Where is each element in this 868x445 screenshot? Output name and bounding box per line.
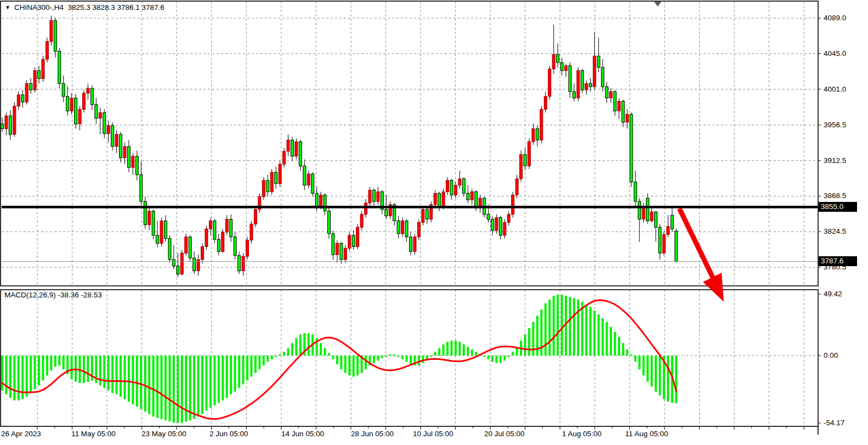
time-axis-label: 11 Aug 05:00 bbox=[625, 430, 668, 438]
price-axis-label: 4089.0 bbox=[824, 14, 846, 22]
candlestick-series[interactable] bbox=[1, 16, 678, 278]
time-axis-label: 20 Jul 05:00 bbox=[484, 430, 525, 438]
time-axis-label: 26 Apr 2023 bbox=[1, 430, 41, 438]
trading-chart-window: ▼CHINA300-,H4 3825.3 3828.3 3786.1 3787.… bbox=[0, 0, 868, 445]
time-axis-label: 14 Jun 05:00 bbox=[281, 430, 324, 438]
time-axis-label: 10 Jul 05:00 bbox=[413, 430, 453, 438]
panel-borders bbox=[1, 1, 818, 435]
macd-axis-label: 49.42 bbox=[824, 290, 842, 298]
price-axis-label: 3824.5 bbox=[824, 228, 846, 235]
time-axis-label: 11 May 05:00 bbox=[71, 430, 116, 438]
symbol-info: ▼CHINA300-,H4 3825.3 3828.3 3786.1 3787.… bbox=[5, 4, 164, 12]
time-axis-label: 1 Aug 05:00 bbox=[562, 430, 602, 438]
price-axis-label: 3956.5 bbox=[824, 121, 846, 129]
symbol-marker-icon: ▼ bbox=[5, 4, 10, 10]
top-marker-icon bbox=[654, 2, 661, 7]
symbol-title: CHINA300-,H4 bbox=[14, 3, 64, 12]
time-axis-label: 28 Jun 05:00 bbox=[351, 430, 394, 438]
macd-indicator-label: MACD(12,26,9) -38.36 -28.53 bbox=[4, 291, 102, 299]
hline-price-tag: 3855.0 bbox=[819, 202, 857, 212]
time-axis-label: 2 Jun 05:00 bbox=[209, 430, 248, 438]
macd-axis-label: 0.00 bbox=[824, 352, 838, 359]
time-axis-label: 23 May 05:00 bbox=[141, 430, 186, 438]
symbol-ohlc-values: 3825.3 3828.3 3786.1 3787.6 bbox=[67, 3, 164, 12]
horizontal-line-3855[interactable] bbox=[2, 206, 818, 209]
trend-arrow[interactable] bbox=[679, 209, 724, 302]
price-axis-label: 4045.0 bbox=[824, 50, 846, 58]
macd-axis-label: -54.17 bbox=[824, 419, 844, 427]
chart-canvas[interactable] bbox=[0, 0, 868, 445]
price-axis-label: 4001.0 bbox=[824, 86, 846, 93]
price-axis-label: 3868.5 bbox=[824, 193, 846, 200]
current-price-tag: 3787.6 bbox=[819, 256, 857, 266]
price-axis-label: 3912.5 bbox=[824, 157, 846, 165]
